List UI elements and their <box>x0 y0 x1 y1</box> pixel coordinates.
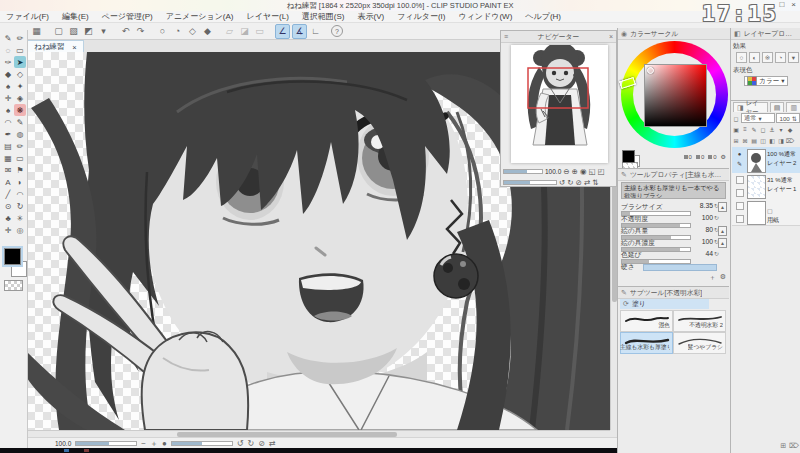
material-tool[interactable]: ✉ <box>2 164 14 176</box>
pen-tool[interactable]: ✎ <box>2 32 14 44</box>
saturation-value-square[interactable] <box>644 64 707 127</box>
tone-tool[interactable]: ▦ <box>2 152 14 164</box>
transfer-layer-icon[interactable]: ◫ <box>759 136 767 144</box>
fill-icon[interactable]: ◆ <box>201 25 214 38</box>
status-rotate-cw-icon[interactable]: ↻ <box>248 439 255 448</box>
correction-tool[interactable]: ✛ <box>2 92 14 104</box>
new-file-icon[interactable]: ▢ <box>52 25 65 38</box>
sub-tool-item[interactable]: 不透明水彩 2 <box>673 310 726 332</box>
new-folder-icon[interactable]: ▤ <box>750 136 758 144</box>
deselect-icon[interactable]: ○ <box>156 25 169 38</box>
navigator-zoom-slider[interactable] <box>503 169 543 174</box>
maximize-button[interactable]: □ <box>779 0 784 9</box>
tab-layer-comp[interactable]: ▥ <box>786 102 800 112</box>
menu-page[interactable]: ページ管理(P) <box>102 11 153 22</box>
snap-grid-icon[interactable]: ∟ <box>309 25 322 38</box>
add-setting-icon[interactable]: ＋ <box>709 273 716 283</box>
effect-menu-arrow-icon[interactable]: ▾ <box>788 52 799 63</box>
dynamics-button[interactable]: ▲ <box>718 238 727 248</box>
expression-color-select[interactable]: カラー ▾ <box>744 76 787 86</box>
zoom-tool[interactable]: ⊙ <box>2 200 14 212</box>
layer-row-1[interactable]: 31 %通常 レイヤー 1 <box>732 173 800 200</box>
hand-tool[interactable]: ◎ <box>14 224 26 236</box>
sv-pointer[interactable] <box>647 67 654 74</box>
frame-border-tool[interactable]: ▭ <box>14 152 26 164</box>
menu-view[interactable]: 表示(V) <box>358 11 385 22</box>
status-zoom-in-icon[interactable]: ＋ <box>150 438 158 449</box>
ruler-icon[interactable]: ⚓ <box>768 125 776 133</box>
reset-rotation-icon[interactable]: ⊘ <box>576 178 582 187</box>
sub-tool-group-tab[interactable]: ⟳ 塗り <box>620 299 709 309</box>
foreground-color-swatch[interactable] <box>4 248 21 265</box>
taskbar-app-icon[interactable] <box>64 449 69 452</box>
new-vector-layer-icon[interactable]: ⊠ <box>741 136 749 144</box>
leaf-brush-tool[interactable]: ♣ <box>2 212 14 224</box>
menu-help[interactable]: ヘルプ(H) <box>525 11 561 22</box>
redo-icon[interactable]: ↷ <box>134 25 147 38</box>
edit-checkbox[interactable] <box>736 215 744 223</box>
menu-window[interactable]: ウィンドウ(W) <box>458 11 512 22</box>
sub-tool-item-selected[interactable]: 主線も水彩も厚塗り… <box>620 332 673 354</box>
tone-effect-icon[interactable]: ※ <box>762 52 773 63</box>
sketch-pencil-tool[interactable]: ✏ <box>14 140 26 152</box>
two-pane-icon[interactable]: ⊞ <box>780 442 786 450</box>
delete-layer-icon[interactable]: ⌦ <box>786 136 794 144</box>
marker-tool[interactable]: ✒ <box>2 128 14 140</box>
taskbar-app-icon[interactable] <box>84 449 89 452</box>
figure-tool[interactable]: ◠ <box>14 188 26 200</box>
status-zoom-slider[interactable] <box>75 441 137 446</box>
snap-special-ruler-icon[interactable]: ∡ <box>292 24 307 39</box>
color-wheel[interactable] <box>621 41 728 148</box>
layer-row-2[interactable]: ● ✎ 100 %通常 レイヤー 2 <box>732 147 800 174</box>
status-rotate-ccw-icon[interactable]: ↺ <box>237 439 244 448</box>
menu-animation[interactable]: アニメーション(A) <box>166 11 234 22</box>
gradient-tool[interactable]: ◍ <box>14 128 26 140</box>
fit-screen-icon[interactable]: ◱ <box>588 167 595 176</box>
document-tab-close-icon[interactable]: × <box>72 43 76 52</box>
status-zoom-out-icon[interactable]: − <box>141 439 146 448</box>
set-menu-icon[interactable]: ▾ <box>777 125 785 133</box>
zoom-out-icon[interactable]: ⊖ <box>563 167 569 176</box>
brush-preview-strip[interactable]: 主線も水彩も厚塗りも一本でやる欲張りブラシ <box>621 182 726 199</box>
text-tool[interactable]: A <box>2 176 14 188</box>
flip-horizontal-icon[interactable]: ⇄ <box>584 178 590 187</box>
zoom-100-icon[interactable]: ◉ <box>580 167 587 176</box>
reselect-icon[interactable]: ◔ <box>171 25 184 38</box>
blend-tool[interactable]: ❋ <box>14 104 26 116</box>
eraser-tool[interactable]: ◇ <box>14 68 26 80</box>
mask-icon[interactable]: ◻ <box>759 125 767 133</box>
workspace-icon[interactable]: ▦ <box>30 25 43 38</box>
paper-thumbnail[interactable] <box>747 201 766 225</box>
menu-edit[interactable]: 編集(E) <box>62 11 89 22</box>
dynamics-button[interactable]: ▲ <box>718 226 727 236</box>
mix-tool[interactable]: ◈ <box>14 92 26 104</box>
visibility-checkbox[interactable] <box>736 176 744 184</box>
extract-line-icon[interactable]: ◔ <box>775 52 786 63</box>
wrench-icon[interactable]: ⚙ <box>720 273 726 283</box>
marquee-tool[interactable]: ▭ <box>14 44 26 56</box>
zoom-in-icon[interactable]: ⊕ <box>572 167 578 176</box>
decoration-tool[interactable]: ♠ <box>2 80 14 92</box>
color-settings-gear-icon[interactable]: ⚙ <box>721 153 726 160</box>
brush-tool[interactable]: ♠ <box>2 104 14 116</box>
scale-icon[interactable]: ▱ <box>223 25 236 38</box>
navigator-rotation-slider[interactable] <box>503 180 557 185</box>
layer-color-icon[interactable]: ◐ <box>749 52 760 63</box>
blend-mode-select[interactable]: 通常 ▾ <box>741 113 775 123</box>
lasso-tool[interactable]: ◌ <box>2 44 14 56</box>
gradient-icon[interactable]: ◪ <box>238 25 251 38</box>
help-icon[interactable]: ? <box>331 25 343 37</box>
undo-icon[interactable]: ↶ <box>119 25 132 38</box>
status-zoom-100-icon[interactable]: ● <box>162 439 167 448</box>
save-menu-arrow-icon[interactable]: ▾ <box>97 25 110 38</box>
palette-icon[interactable]: ◻ <box>732 114 740 122</box>
spinner-icon[interactable]: ↻ <box>714 250 719 257</box>
menu-selection[interactable]: 選択範囲(S) <box>302 11 345 22</box>
flip-vertical-icon[interactable]: ⇅ <box>592 178 598 187</box>
tab-layer-search[interactable]: ▤ <box>770 102 785 112</box>
pencil-tool[interactable]: ✏ <box>14 32 26 44</box>
flag-tool[interactable]: ⚑ <box>14 164 26 176</box>
layer-thumbnail[interactable] <box>747 149 766 173</box>
balloon-tool[interactable]: ◗ <box>14 176 26 188</box>
ink-pen-tool[interactable]: ✎ <box>14 116 26 128</box>
